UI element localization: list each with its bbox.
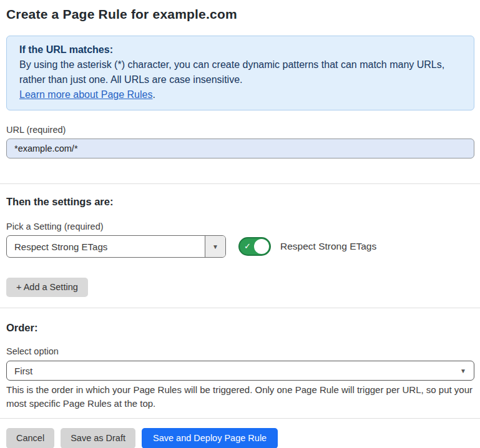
info-box-heading: If the URL matches: — [19, 42, 461, 57]
setting-row: Respect Strong ETags ▼ ✓ Respect Strong … — [6, 235, 474, 258]
page-title: Create a Page Rule for example.com — [6, 6, 474, 22]
url-input[interactable] — [6, 139, 474, 158]
link-suffix: . — [152, 89, 155, 100]
cancel-button[interactable]: Cancel — [6, 428, 54, 448]
save-and-deploy-button[interactable]: Save and Deploy Page Rule — [142, 428, 278, 448]
check-icon: ✓ — [244, 242, 251, 250]
add-setting-button[interactable]: + Add a Setting — [6, 278, 88, 297]
settings-section-heading: Then the settings are: — [6, 195, 474, 208]
section-divider — [0, 183, 480, 184]
chevron-down-icon: ▼ — [460, 368, 466, 374]
pick-setting-label: Pick a Setting (required) — [6, 221, 474, 232]
order-select-label: Select option — [6, 346, 474, 357]
info-box-body: By using the asterisk (*) character, you… — [19, 57, 461, 87]
order-section-heading: Order: — [6, 321, 474, 334]
toggle-label: Respect Strong ETags — [280, 241, 376, 252]
info-box-link-line: Learn more about Page Rules. — [19, 87, 461, 102]
footer-divider — [0, 418, 480, 419]
order-select-value: First — [14, 366, 32, 376]
chevron-down-icon: ▼ — [212, 243, 218, 250]
url-field-label: URL (required) — [6, 124, 474, 135]
url-match-info-box: If the URL matches: By using the asteris… — [6, 36, 474, 110]
setting-select-value: Respect Strong ETags — [7, 236, 205, 257]
setting-select-arrow-button[interactable]: ▼ — [205, 236, 225, 257]
section-divider — [0, 308, 480, 308]
order-select[interactable]: First ▼ — [6, 361, 474, 381]
footer-actions: Cancel Save as Draft Save and Deploy Pag… — [6, 428, 474, 448]
learn-more-link[interactable]: Learn more about Page Rules — [19, 89, 152, 100]
setting-select[interactable]: Respect Strong ETags ▼ — [6, 235, 226, 258]
save-as-draft-button[interactable]: Save as Draft — [61, 428, 135, 448]
toggle-knob — [254, 239, 269, 254]
order-help-text: This is the order in which your Page Rul… — [6, 383, 474, 411]
etags-toggle[interactable]: ✓ — [238, 237, 271, 256]
create-page-rule-form: Create a Page Rule for example.com If th… — [0, 6, 480, 448]
